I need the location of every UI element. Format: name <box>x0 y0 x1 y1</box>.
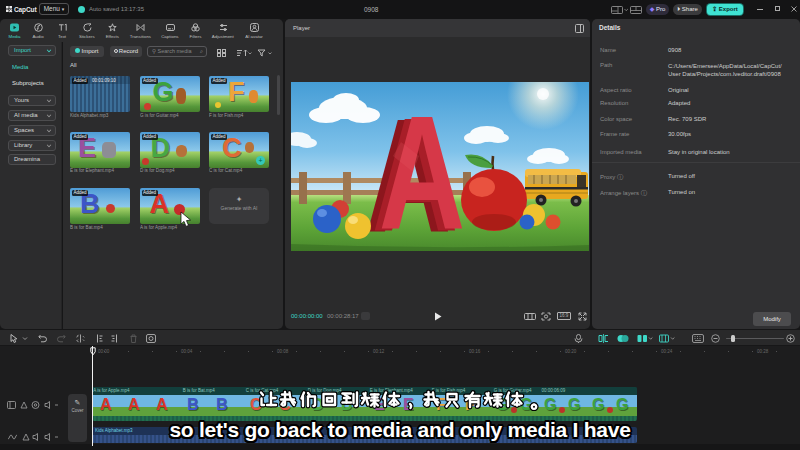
svg-text:A: A <box>379 82 466 251</box>
